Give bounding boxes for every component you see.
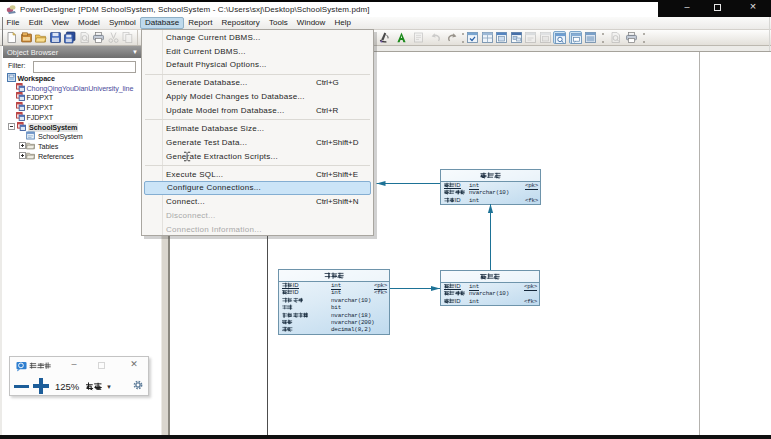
font-icon[interactable] <box>395 31 408 44</box>
magnifier-close-button[interactable]: ✕ <box>128 359 140 373</box>
filter-input[interactable] <box>33 61 136 73</box>
menubar-item-view[interactable]: View <box>47 17 73 29</box>
menubar-item-model[interactable]: Model <box>73 17 104 29</box>
open-workspace-icon[interactable] <box>20 31 33 44</box>
maximize-button[interactable] <box>710 4 724 13</box>
entity-attribute-row: IDint<pk> <box>441 283 539 290</box>
menu-item-execute-sql[interactable]: Execute SQL... Ctrl+Shift+E <box>142 167 373 181</box>
menu-item-apply-model-changes-to-database[interactable]: Apply Model Changes to Database... <box>142 90 373 104</box>
print-preview-icon[interactable] <box>609 31 622 44</box>
tree-item-workspace[interactable]: Workspace <box>3 73 161 83</box>
tree-item-schoolsystem[interactable]: SchoolSystem <box>3 131 161 141</box>
zoom-in-button[interactable] <box>33 378 49 394</box>
window-zoom-icon[interactable] <box>553 31 566 44</box>
copy-icon[interactable] <box>121 31 134 44</box>
window-doc-icon[interactable] <box>495 31 508 44</box>
title-bar: PowerDesigner [PDM SchoolSystem, SchoolS… <box>0 2 659 17</box>
attribute-name <box>282 319 293 325</box>
redo-icon[interactable] <box>446 31 459 44</box>
menubar-item-file[interactable]: File <box>2 17 24 29</box>
edit-text-icon[interactable] <box>412 31 425 44</box>
menu-item-disconnect[interactable]: Disconnect... <box>142 209 373 223</box>
entity-table[interactable]: IDint<pk>nvarchar(10)IDint<fk> <box>440 270 540 306</box>
window-dim2-icon[interactable] <box>539 31 552 44</box>
menubar-item-help[interactable]: Help <box>330 17 356 29</box>
entity-table-title <box>441 170 540 182</box>
menu-item-edit-current-dbms[interactable]: Edit Current DBMS... <box>142 44 373 58</box>
menubar-item-repository[interactable]: Repository <box>217 17 264 29</box>
tree-item-label: FJDPXT <box>26 113 55 122</box>
model-icon <box>16 102 25 111</box>
tree-item-fjdpxt[interactable]: FJDPXT <box>3 102 161 112</box>
menubar-item-symbol[interactable]: Symbol <box>104 17 140 29</box>
menubar-item-report[interactable]: Report <box>184 17 217 29</box>
print-preview-icon[interactable] <box>78 31 91 44</box>
cut-icon[interactable] <box>107 31 120 44</box>
tree-item-chongqingyoudianuniversity_line[interactable]: ChongQingYouDianUniversity_line <box>3 83 161 93</box>
window-check-icon[interactable] <box>466 31 479 44</box>
menubar-item-database[interactable]: Database <box>140 17 183 29</box>
menubar-item-label: Symbol <box>109 18 136 27</box>
window-doc2-icon[interactable] <box>510 31 523 44</box>
save-icon[interactable] <box>49 31 62 44</box>
tree-item-label: SchoolSystem <box>28 123 78 132</box>
filter-label: Filter: <box>8 62 26 69</box>
menu-item-connection-information[interactable]: Connection Information... <box>142 222 373 236</box>
menu-item-shortcut: Ctrl+R <box>316 106 338 115</box>
menu-item-shortcut: Ctrl+G <box>316 78 339 87</box>
tree-item-references[interactable]: References <box>3 151 161 161</box>
new-file-icon[interactable] <box>5 31 18 44</box>
model-icon <box>17 122 26 131</box>
menubar-item-tools[interactable]: Tools <box>264 17 292 29</box>
entity-attribute-row: nvarchar(10) <box>441 189 540 196</box>
print-icon[interactable] <box>92 31 105 44</box>
menu-item-update-model-from-database[interactable]: Update Model from Database... Ctrl+R <box>142 104 373 118</box>
magnifier-minimize-button[interactable]: – <box>68 359 80 373</box>
minimize-button[interactable]: – <box>680 3 694 12</box>
tree-item-fjdpxt[interactable]: FJDPXT <box>3 112 161 122</box>
menu-item-label: Execute SQL... <box>166 170 223 179</box>
menubar-item-edit[interactable]: Edit <box>24 17 47 29</box>
tree-item-schoolsystem[interactable]: SchoolSystem <box>3 122 161 132</box>
object-browser-header[interactable]: Object Browser ▼ <box>3 46 161 58</box>
chevron-down-icon[interactable]: ▼ <box>106 384 112 390</box>
plus-icon-bar-v <box>39 378 43 394</box>
menubar-item-label: Help <box>335 18 351 27</box>
window-panel-icon[interactable] <box>584 31 597 44</box>
menu-item-generate-test-data[interactable]: Generate Test Data... Ctrl+Shift+D <box>142 135 373 149</box>
window-note-icon[interactable] <box>569 31 582 44</box>
open-folder-icon[interactable] <box>34 31 47 44</box>
print-icon[interactable] <box>625 31 638 44</box>
menu-item-label: Apply Model Changes to Database... <box>166 92 305 101</box>
menu-item-generate-extraction-scripts[interactable]: Generate Extraction Scripts... <box>142 149 373 163</box>
menubar-item-window[interactable]: Window <box>292 17 330 29</box>
reference-connector-grade-to-school <box>377 181 441 186</box>
menu-item-generate-database[interactable]: Generate Database... Ctrl+G <box>142 76 373 90</box>
tree-item-tables[interactable]: Tables <box>3 141 161 151</box>
menubar-item-label: File <box>7 18 20 27</box>
window-dim-icon[interactable] <box>524 31 537 44</box>
view-dropdown[interactable] <box>85 382 102 392</box>
window-grid-icon[interactable] <box>481 31 494 44</box>
menu-item-connect[interactable]: Connect... Ctrl+Shift+N <box>142 195 373 209</box>
undo-icon[interactable] <box>429 31 442 44</box>
menu-item-change-current-dbms[interactable]: Change Current DBMS... <box>142 31 373 45</box>
tree-item-label: ChongQingYouDianUniversity_line <box>26 84 135 93</box>
format-painter-icon[interactable] <box>378 31 391 44</box>
tree-item-label: SchoolSystem <box>37 132 84 141</box>
collapse-icon[interactable] <box>8 123 15 130</box>
menu-item-estimate-database-size[interactable]: Estimate Database Size... <box>142 122 373 136</box>
entity-table[interactable]: IDint<pk>nvarchar(10)IDint<fk> <box>440 169 541 205</box>
entity-table[interactable]: IDint<pk>IDint<fk>nvarchar(10)bitnvarcha… <box>278 269 390 335</box>
zoom-out-button[interactable] <box>14 385 29 389</box>
entity-attribute-row: IDint<fk> <box>441 197 540 204</box>
close-button[interactable]: × <box>746 2 760 11</box>
chevron-down-icon[interactable]: ▼ <box>132 49 138 55</box>
magnifier-maximize-button[interactable] <box>98 362 105 369</box>
gear-icon[interactable] <box>132 379 144 391</box>
save-all-icon[interactable] <box>63 31 76 44</box>
attribute-type: int <box>469 298 479 305</box>
menu-item-configure-connections[interactable]: Configure Connections... <box>144 181 371 195</box>
menu-item-default-physical-options[interactable]: Default Physical Options... <box>142 58 373 72</box>
tree-item-fjdpxt[interactable]: FJDPXT <box>3 92 161 102</box>
